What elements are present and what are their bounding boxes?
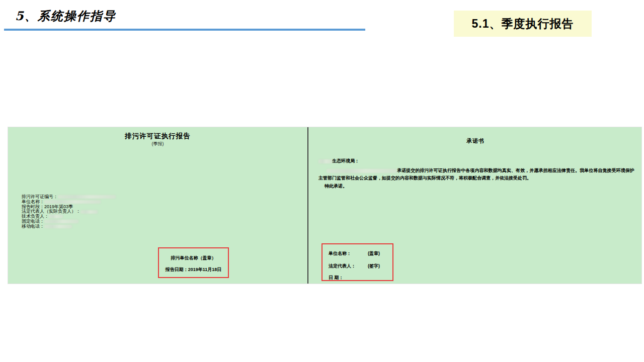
- stamp-date-line: 报告日期：2019年11月18日: [159, 266, 228, 273]
- redaction-blur: [80, 210, 98, 214]
- redaction-blur: [44, 220, 78, 223]
- report-subtitle: (季报): [8, 141, 307, 147]
- stamp-company-line: 排污单位名称（盖章）: [159, 255, 228, 261]
- stamp-highlight-box: 排污单位名称（盖章） 报告日期：2019年11月18日: [158, 247, 229, 278]
- sign-row-date: 日 期：: [329, 275, 368, 281]
- redaction-blur: [327, 169, 397, 173]
- field-mobile: 移动电话：: [22, 224, 116, 229]
- redaction-blur: [44, 200, 101, 204]
- commitment-salutation: 生态环境局：: [318, 158, 359, 164]
- sign-row-company: 单位名称：(盖章): [329, 250, 380, 257]
- signature-highlight-box: 单位名称：(盖章) 法定代表人：(签字) 日 期：: [321, 243, 393, 281]
- section-badge: 5.1、季度执行报告: [454, 11, 592, 37]
- commitment-closing: 特此承诺。: [318, 183, 347, 190]
- commitment-title: 承诺书: [308, 137, 642, 145]
- report-cover-page: 排污许可证执行报告 (季报) 排污许可证编号： 单位名称： 报告时段：2019年…: [8, 127, 307, 284]
- redaction-blur: [318, 159, 332, 163]
- redaction-blur: [49, 215, 63, 218]
- report-title: 排污许可证执行报告: [8, 132, 307, 141]
- sign-row-legal-rep: 法定代表人：(签字): [329, 263, 380, 269]
- title-underline: [4, 29, 365, 31]
- redaction-blur: [58, 195, 116, 199]
- commitment-body: 承诺提交的排污许可证执行报告中各项内容和数据均真实、有效，并愿承担相应法律责任。…: [318, 167, 634, 182]
- commitment-page: 承诺书 生态环境局： 承诺提交的排污许可证执行报告中各项内容和数据均真实、有效，…: [308, 127, 642, 284]
- report-screenshot-panel: 排污许可证执行报告 (季报) 排污许可证编号： 单位名称： 报告时段：2019年…: [8, 127, 642, 284]
- redaction-blur: [44, 225, 72, 228]
- report-fields: 排污许可证编号： 单位名称： 报告时段：2019年第03季 法定代表人（实际负责…: [22, 195, 116, 229]
- slide-title: 5、系统操作指导: [15, 8, 116, 24]
